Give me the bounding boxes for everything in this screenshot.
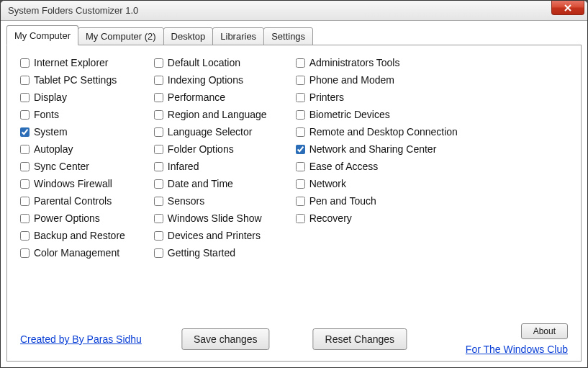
checkbox[interactable] (154, 248, 163, 258)
checkbox[interactable] (20, 179, 30, 189)
option-ease-of-access[interactable]: Ease of Access (296, 161, 458, 172)
checkbox[interactable] (20, 214, 30, 223)
option-folder-options[interactable]: Folder Options (154, 143, 267, 155)
checkbox[interactable] (296, 197, 305, 206)
option-autoplay[interactable]: Autoplay (20, 143, 125, 155)
checkbox[interactable] (296, 58, 305, 68)
option-label: Network (309, 178, 346, 189)
checkbox[interactable] (20, 76, 30, 85)
option-internet-explorer[interactable]: Internet Explorer (20, 57, 125, 68)
checkbox[interactable] (20, 248, 30, 258)
checkbox[interactable] (20, 58, 30, 68)
about-button[interactable]: About (521, 323, 568, 339)
option-devices-and-printers[interactable]: Devices and Printers (154, 230, 267, 241)
checkbox[interactable] (154, 214, 163, 223)
option-network-and-sharing-center[interactable]: Network and Sharing Center (296, 143, 458, 155)
checkbox[interactable] (296, 76, 305, 85)
option-system[interactable]: System (20, 126, 125, 138)
checkbox[interactable] (154, 76, 163, 85)
option-network[interactable]: Network (296, 178, 458, 189)
option-label: Autoplay (34, 143, 73, 155)
option-label: Performance (168, 91, 225, 103)
option-fonts[interactable]: Fonts (20, 109, 125, 120)
option-indexing-options[interactable]: Indexing Options (154, 74, 267, 86)
option-parental-controls[interactable]: Parental Controls (20, 195, 125, 207)
option-display[interactable]: Display (20, 91, 125, 103)
option-default-location[interactable]: Default Location (154, 57, 267, 68)
checkbox[interactable] (296, 145, 305, 154)
window-title: System Folders Customizer 1.0 (8, 5, 138, 16)
option-region-and-language[interactable]: Region and Language (154, 109, 267, 120)
checkbox[interactable] (154, 231, 163, 241)
option-label: Administrators Tools (309, 57, 400, 68)
tab-settings[interactable]: Settings (263, 27, 313, 45)
option-remote-and-desktop-connection[interactable]: Remote and Desktop Connection (296, 126, 458, 138)
option-getting-started[interactable]: Getting Started (154, 247, 267, 259)
option-label: Phone and Modem (309, 74, 394, 86)
checkbox[interactable] (296, 127, 305, 137)
option-backup-and-restore[interactable]: Backup and Restore (20, 230, 125, 241)
option-biometric-devices[interactable]: Biometric Devices (296, 109, 458, 120)
option-label: Tablet PC Settings (34, 74, 117, 86)
checkbox[interactable] (154, 127, 163, 137)
checkbox[interactable] (20, 110, 30, 120)
option-color-management[interactable]: Color Management (20, 247, 125, 259)
option-label: Backup and Restore (34, 230, 125, 241)
checkbox[interactable] (20, 127, 30, 137)
checkbox[interactable] (296, 93, 305, 102)
tab-libraries[interactable]: Libraries (212, 27, 264, 45)
option-sync-center[interactable]: Sync Center (20, 161, 125, 172)
tab-desktop[interactable]: Desktop (163, 27, 214, 45)
save-button[interactable]: Save changes (181, 328, 270, 350)
option-label: Getting Started (168, 247, 235, 259)
option-label: Biometric Devices (309, 109, 390, 120)
checkbox[interactable] (20, 231, 30, 241)
option-language-selector[interactable]: Language Selector (154, 126, 267, 138)
checkbox[interactable] (154, 58, 163, 68)
option-tablet-pc-settings[interactable]: Tablet PC Settings (20, 74, 125, 86)
checkbox[interactable] (296, 162, 305, 171)
option-label: Pen and Touch (309, 195, 376, 207)
author-link[interactable]: Created by By Paras Sidhu (20, 333, 142, 345)
option-label: Date and Time (168, 178, 233, 189)
site-link[interactable]: For The Windows Club (466, 344, 568, 355)
checkbox[interactable] (20, 93, 30, 102)
column-2: Default LocationIndexing OptionsPerforma… (154, 57, 267, 319)
checkbox[interactable] (154, 179, 163, 189)
option-label: System (34, 126, 68, 138)
option-label: Windows Firewall (34, 178, 112, 189)
option-power-options[interactable]: Power Options (20, 212, 125, 224)
checkbox[interactable] (154, 93, 163, 102)
checkbox[interactable] (154, 110, 163, 120)
tab-my-computer[interactable]: My Computer (6, 25, 78, 45)
checkbox[interactable] (20, 145, 30, 154)
option-printers[interactable]: Printers (296, 91, 458, 103)
checkbox[interactable] (296, 179, 305, 189)
option-recovery[interactable]: Recovery (296, 212, 458, 224)
checkbox[interactable] (20, 162, 30, 171)
checkbox[interactable] (296, 110, 305, 120)
option-date-and-time[interactable]: Date and Time (154, 178, 267, 189)
option-sensors[interactable]: Sensors (154, 195, 267, 207)
option-label: Region and Language (168, 109, 267, 120)
checkbox[interactable] (154, 162, 163, 171)
option-administrators-tools[interactable]: Administrators Tools (296, 57, 458, 68)
option-phone-and-modem[interactable]: Phone and Modem (296, 74, 458, 86)
close-button[interactable] (551, 1, 584, 15)
titlebar[interactable]: System Folders Customizer 1.0 (1, 1, 587, 21)
checkbox[interactable] (154, 145, 163, 154)
checkbox[interactable] (154, 197, 163, 206)
checkbox-columns: Internet ExplorerTablet PC SettingsDispl… (20, 57, 568, 319)
option-windows-slide-show[interactable]: Windows Slide Show (154, 212, 267, 224)
option-infared[interactable]: Infared (154, 161, 267, 172)
checkbox[interactable] (296, 214, 305, 223)
reset-button[interactable]: Reset Changes (313, 328, 407, 350)
option-pen-and-touch[interactable]: Pen and Touch (296, 195, 458, 207)
option-label: Sync Center (34, 161, 89, 172)
option-windows-firewall[interactable]: Windows Firewall (20, 178, 125, 189)
option-label: Power Options (34, 212, 100, 224)
checkbox[interactable] (20, 197, 30, 206)
option-performance[interactable]: Performance (154, 91, 267, 103)
option-label: Fonts (34, 109, 59, 120)
tab-my-computer-2-[interactable]: My Computer (2) (78, 27, 164, 45)
